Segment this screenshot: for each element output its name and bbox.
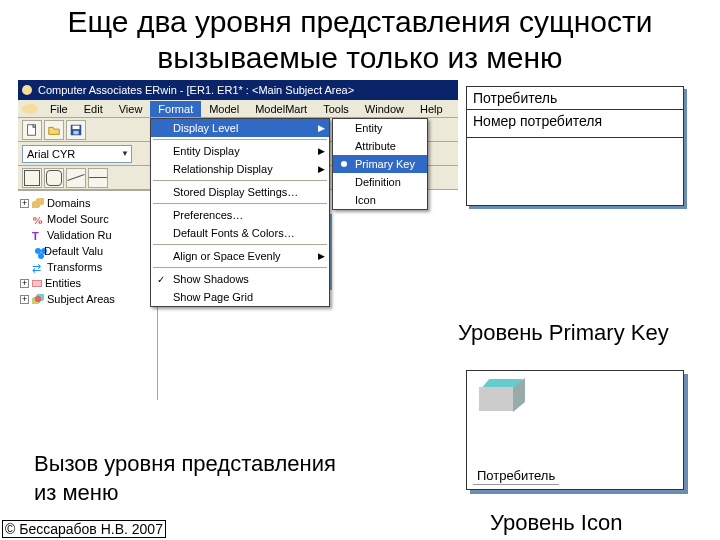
tree-validation-rules[interactable]: +Validation Ru [20,227,155,243]
domains-icon [32,198,44,208]
submenu-arrow-icon: ▶ [318,146,325,156]
submenu-arrow-icon: ▶ [318,123,325,133]
submenu-arrow-icon: ▶ [318,251,325,261]
menubar: File Edit View Format Model ModelMart To… [18,100,458,118]
menu-show-shadows[interactable]: ✓Show Shadows [151,270,329,288]
tree-label: Validation Ru [47,229,112,241]
radio-dot-icon [341,161,347,167]
window-title: Computer Associates ERwin - [ER1. ER1* :… [38,84,354,96]
shape-line2[interactable] [88,168,108,188]
tree-default-values[interactable]: +Default Valu [20,243,155,259]
entity-key-row: Номер потребителя [467,110,683,138]
tree-transforms[interactable]: +⇄Transforms [20,259,155,275]
menu-edit[interactable]: Edit [76,101,111,117]
menu-item-label: Preferences… [173,209,243,221]
entities-icon [32,280,42,287]
default-values-icon [35,248,41,254]
menu-item-label: Entity [355,122,383,134]
open-button[interactable] [44,120,64,140]
tree-model-sources[interactable]: +%Model Sourc [20,211,155,227]
menu-tools[interactable]: Tools [315,101,357,117]
menu-window[interactable]: Window [357,101,412,117]
level-icon[interactable]: Icon [333,191,427,209]
transforms-icon: ⇄ [32,262,44,272]
menu-help[interactable]: Help [412,101,451,117]
shape-round[interactable] [44,168,64,188]
tree-label: Subject Areas [47,293,115,305]
submenu-arrow-icon: ▶ [318,164,325,174]
level-primary-key[interactable]: Primary Key [333,155,427,173]
tree-label: Default Valu [44,245,103,257]
doc-icon [22,104,38,114]
validation-icon [32,230,44,240]
tree-label: Model Sourc [47,213,109,225]
menu-item-label: Display Level [173,122,238,134]
menu-modelmart[interactable]: ModelMart [247,101,315,117]
svg-rect-3 [73,130,78,134]
svg-rect-2 [73,125,80,129]
level-entity[interactable]: Entity [333,119,427,137]
check-icon: ✓ [157,274,165,285]
menu-item-label: Attribute [355,140,396,152]
menu-item-label: Relationship Display [173,163,273,175]
menu-item-label: Icon [355,194,376,206]
menu-item-label: Align or Space Evenly [173,250,281,262]
model-tree[interactable]: +Domains +%Model Sourc +Validation Ru +D… [18,190,158,400]
entity-icon-label: Потребитель [473,467,559,485]
display-level-submenu: Entity Attribute Primary Key Definition … [332,118,428,210]
caption-line: Вызов уровня представления [34,450,336,479]
menu-default-fonts[interactable]: Default Fonts & Colors… [151,224,329,242]
app-icon [22,85,32,95]
entity-icon-view: Потребитель [466,370,684,490]
menu-view[interactable]: View [111,101,151,117]
entity-cube-icon [479,379,525,415]
tree-label: Transforms [47,261,102,273]
tree-entities[interactable]: +Entities [20,275,155,291]
new-button[interactable] [22,120,42,140]
level-definition[interactable]: Definition [333,173,427,191]
menu-display-level[interactable]: Display Level▶ [151,119,329,137]
font-combo[interactable]: Arial CYR [22,145,132,163]
entity-name: Потребитель [467,87,683,110]
shape-rect[interactable] [22,168,42,188]
caption-line: из меню [34,479,336,508]
titlebar: Computer Associates ERwin - [ER1. ER1* :… [18,80,458,100]
menu-preferences[interactable]: Preferences… [151,206,329,224]
tree-label: Domains [47,197,90,209]
save-button[interactable] [66,120,86,140]
menu-item-label: Primary Key [355,158,415,170]
menu-item-label: Show Shadows [173,273,249,285]
menu-format[interactable]: Format [150,101,201,117]
menu-item-label: Entity Display [173,145,240,157]
copyright: © Бессарабов Н.В. 2007 [2,520,166,538]
menu-model[interactable]: Model [201,101,247,117]
caption-primary-key: Уровень Primary Key [458,320,669,346]
menu-file[interactable]: File [42,101,76,117]
menu-item-label: Show Page Grid [173,291,253,303]
menu-item-label: Default Fonts & Colors… [173,227,295,239]
caption-call: Вызов уровня представления из меню [34,450,336,507]
shape-line[interactable] [66,168,86,188]
model-sources-icon: % [32,214,44,224]
tree-subject-areas[interactable]: +Subject Areas [20,291,155,307]
menu-entity-display[interactable]: Entity Display▶ [151,142,329,160]
subject-areas-icon [32,294,44,304]
tree-label: Entities [45,277,81,289]
menu-show-page-grid[interactable]: Show Page Grid [151,288,329,306]
level-attribute[interactable]: Attribute [333,137,427,155]
menu-item-label: Definition [355,176,401,188]
menu-stored-display[interactable]: Stored Display Settings… [151,183,329,201]
tree-domains[interactable]: +Domains [20,195,155,211]
format-menu: Display Level▶ Entity Display▶ Relations… [150,118,330,307]
menu-relationship-display[interactable]: Relationship Display▶ [151,160,329,178]
slide-title: Еще два уровня представления сущности вы… [0,0,720,84]
entity-primary-key-view: Потребитель Номер потребителя [466,86,684,206]
menu-align[interactable]: Align or Space Evenly▶ [151,247,329,265]
font-combo-value: Arial CYR [27,148,75,160]
caption-icon: Уровень Icon [490,510,622,536]
menu-item-label: Stored Display Settings… [173,186,298,198]
